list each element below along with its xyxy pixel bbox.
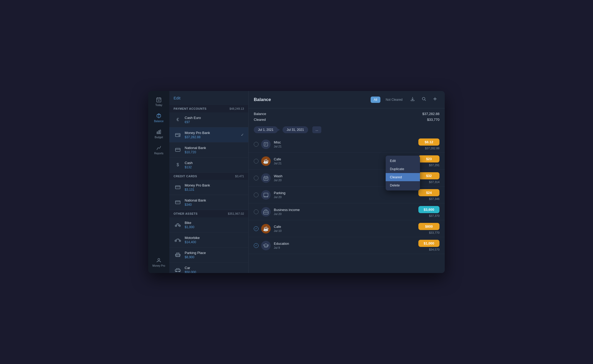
account-nb-credit[interactable]: National Bank $340 xyxy=(169,195,248,210)
transaction-misc[interactable]: Misc Jul 21 $8.12 $37,282.88 xyxy=(248,136,445,153)
account-mpb-credit[interactable]: Money Pro Bank $3,131 xyxy=(169,180,248,195)
account-car[interactable]: Car $50,000 xyxy=(169,262,248,273)
context-menu-delete[interactable]: Delete xyxy=(386,181,420,189)
section-assets-total: $351,967.02 xyxy=(228,212,244,215)
date-end: Jul 31, 2021 xyxy=(287,128,304,132)
tx-name-education: Education xyxy=(274,242,418,246)
context-menu-edit[interactable]: Edit xyxy=(386,157,420,165)
tx-balance-cafe2: $33,770 xyxy=(429,231,439,234)
svg-line-36 xyxy=(425,100,426,101)
transaction-education[interactable]: Education Jul 9 $1,000 $34,570 xyxy=(248,237,445,254)
svg-rect-7 xyxy=(157,132,158,134)
account-money-pro-bank[interactable]: Money Pro Bank $37,282.88 ✓ xyxy=(169,127,248,142)
tx-circle-cafe1[interactable] xyxy=(254,159,259,164)
tx-amount-cafe1[interactable]: $23 xyxy=(418,155,439,162)
tx-amount-misc[interactable]: $8.12 xyxy=(418,138,439,146)
section-payment-total: $48,249.13 xyxy=(229,107,244,110)
svg-rect-17 xyxy=(175,201,180,204)
page-title: Balance xyxy=(254,97,271,102)
svg-point-47 xyxy=(267,196,268,197)
tx-circle-education[interactable] xyxy=(254,243,259,248)
transaction-cafe-2[interactable]: ☕ Cafe Jul 10 $800 $33,770 xyxy=(248,220,445,237)
tx-circle-wash[interactable] xyxy=(254,176,259,180)
context-menu-cleared[interactable]: Cleared xyxy=(386,173,420,181)
tx-name-parking: Parking xyxy=(274,191,418,195)
briefcase-icon xyxy=(261,207,271,217)
app-window: 21 Today Balance Budget R xyxy=(148,91,445,273)
account-name-cash-euro: Cash Euro xyxy=(185,116,244,120)
svg-text:21: 21 xyxy=(158,100,160,102)
date-arrow-icon xyxy=(275,127,280,132)
section-assets-title: OTHER ASSETS xyxy=(174,212,198,215)
svg-rect-9 xyxy=(160,130,161,134)
account-national-bank[interactable]: National Bank $10,720 xyxy=(169,142,248,157)
svg-rect-13 xyxy=(175,148,180,151)
balance-summary: Balance Cleared $37,282.88 $33,770 xyxy=(248,108,445,125)
tx-circle-parking[interactable] xyxy=(254,193,259,197)
tx-circle-misc[interactable] xyxy=(254,142,259,147)
account-motorbike[interactable]: Motorbike $14,400 xyxy=(169,232,248,247)
tx-balance-wash: $37,314 xyxy=(429,180,439,184)
download-button[interactable] xyxy=(408,95,417,104)
bike-icon xyxy=(174,221,182,229)
tx-date-education: Jul 9 xyxy=(274,246,418,249)
svg-point-35 xyxy=(422,97,425,100)
account-name-bike: Bike xyxy=(185,221,244,225)
sidebar-item-today[interactable]: 21 Today xyxy=(148,94,169,110)
sidebar: 21 Today Balance Budget R xyxy=(148,91,169,273)
edit-button[interactable]: Edit xyxy=(174,96,180,100)
tx-amount-cafe2[interactable]: $800 xyxy=(418,223,439,230)
transaction-business-income[interactable]: Business income Jul 20 $3,600 $37,370 xyxy=(248,203,445,220)
account-balance-nb: $10,720 xyxy=(185,150,244,154)
sidebar-item-budget[interactable]: Budget xyxy=(148,126,169,142)
tx-amount-education[interactable]: $1,000 xyxy=(418,240,439,247)
filter-not-cleared-button[interactable]: Not Cleared xyxy=(382,97,406,103)
search-button[interactable] xyxy=(419,95,428,104)
svg-point-46 xyxy=(264,196,265,197)
tx-amount-wash[interactable]: $32 xyxy=(418,172,439,179)
left-panel: Edit PAYMENT ACCOUNTS $48,249.13 € Cash … xyxy=(169,91,248,273)
date-end-pill[interactable]: Jul 31, 2021 xyxy=(283,126,308,133)
selected-check-icon: ✓ xyxy=(241,133,244,137)
tx-balance-misc: $37,282.88 xyxy=(425,147,439,150)
account-balance-car: $50,000 xyxy=(185,270,244,273)
tx-name-business: Business income xyxy=(274,208,418,212)
account-bike[interactable]: Bike $1,000 xyxy=(169,217,248,232)
section-credit-title: CREDIT CARDS xyxy=(174,175,197,178)
cleared-value: $33,770 xyxy=(422,117,439,123)
date-start-pill[interactable]: Jul 1, 2021 xyxy=(254,126,278,133)
account-balance-mpb: $37,282.88 xyxy=(185,135,241,139)
accounts-list: PAYMENT ACCOUNTS $48,249.13 € Cash Euro … xyxy=(169,105,248,273)
header-controls: All Not Cleared xyxy=(371,95,439,104)
tx-circle-cafe2[interactable] xyxy=(254,226,259,231)
sidebar-label-today: Today xyxy=(155,104,162,107)
account-cash-euro[interactable]: € Cash Euro €97 xyxy=(169,112,248,127)
section-credit-total: $3,471 xyxy=(235,175,244,178)
tx-circle-business[interactable] xyxy=(254,209,259,214)
account-balance-bike: $1,000 xyxy=(185,225,244,229)
svg-rect-12 xyxy=(179,135,180,136)
tx-amount-parking[interactable]: $24 xyxy=(418,189,439,196)
date-more-button[interactable]: ... xyxy=(312,126,321,133)
card-icon-national xyxy=(174,146,182,154)
account-parking[interactable]: Parking Place $8,900 xyxy=(169,247,248,262)
left-header: Edit xyxy=(169,91,248,105)
tx-amount-business[interactable]: $3,600 xyxy=(418,206,439,213)
svg-rect-44 xyxy=(264,193,268,197)
sidebar-item-balance[interactable]: Balance xyxy=(148,110,169,126)
account-name-motorbike: Motorbike xyxy=(185,236,244,240)
filter-all-button[interactable]: All xyxy=(371,97,380,103)
account-balance-motorbike: $14,400 xyxy=(185,240,244,244)
euro-icon: € xyxy=(174,116,182,124)
add-button[interactable] xyxy=(431,95,439,104)
sidebar-item-moneypro[interactable]: Money Pro xyxy=(150,254,167,270)
context-menu-duplicate[interactable]: Duplicate xyxy=(386,165,420,173)
parking-place-icon xyxy=(174,251,182,259)
education-icon xyxy=(261,241,271,250)
account-name-mpb-credit: Money Pro Bank xyxy=(185,183,244,187)
svg-point-45 xyxy=(265,196,266,197)
tx-balance-cafe1: $37,291 xyxy=(429,164,439,167)
account-cash[interactable]: $ Cash $132 xyxy=(169,157,248,173)
balance-label: Balance xyxy=(254,111,266,117)
sidebar-item-reports[interactable]: Reports xyxy=(148,142,169,158)
